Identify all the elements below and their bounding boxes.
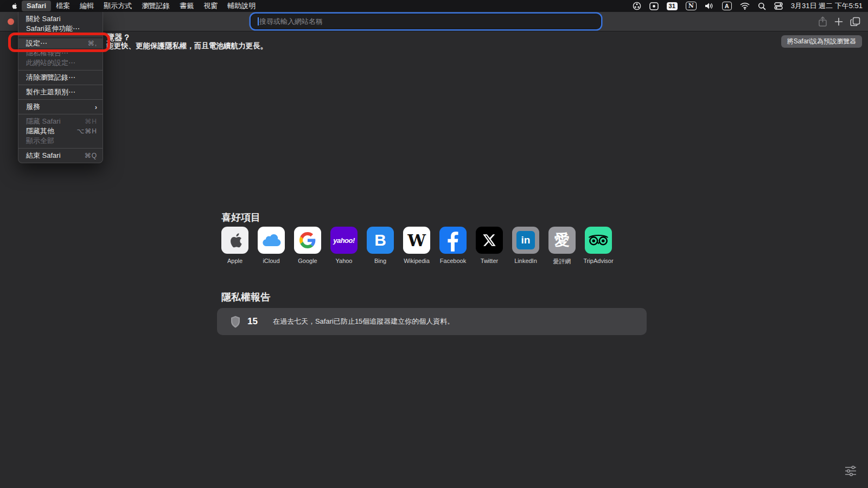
menubar-item-safari[interactable]: Safari <box>22 1 51 11</box>
macos-menubar: Safari 檔案 編輯 顯示方式 瀏覽記錄 書籤 視窗 輔助說明 31 N A <box>0 0 868 12</box>
calendar-menubar-icon[interactable]: 31 <box>667 2 678 10</box>
menu-separator <box>18 99 103 100</box>
menubar-clock[interactable]: 3月31日 週二 下午5:51 <box>791 1 863 11</box>
bing-letter: B <box>374 231 386 249</box>
menu-shortcut: ⌘H <box>85 118 97 125</box>
privacy-report-card[interactable]: 15 在過去七天，Safari已防止15個追蹤器建立你的個人資料。 <box>217 308 647 335</box>
safari-toolbar: 搜尋或輸入網站名稱 <box>0 12 868 31</box>
favorite-label: Facebook <box>440 258 466 264</box>
menu-separator <box>18 70 103 70</box>
favorite-label: TripAdvisor <box>583 258 613 264</box>
menu-separator <box>18 85 103 85</box>
menubar-item-bookmarks[interactable]: 書籤 <box>175 1 199 11</box>
menu-item-services[interactable]: 服務› <box>18 102 103 112</box>
yahoo-wordmark: yahoo! <box>333 236 355 245</box>
favorite-label: LinkedIn <box>514 258 537 264</box>
menu-item-label: 此網站的設定⋯ <box>26 58 75 68</box>
favorite-apple[interactable]: Apple <box>221 227 248 266</box>
linkedin-letters: in <box>521 234 531 246</box>
menu-item-label: 結束 Safari <box>26 151 61 160</box>
icloud-favicon <box>258 227 285 254</box>
favorite-label: Wikipedia <box>404 258 430 264</box>
apple-icon <box>11 2 18 10</box>
menu-item-clear-history[interactable]: 清除瀏覽記錄⋯ <box>18 73 103 82</box>
menubar-left: Safari 檔案 編輯 顯示方式 瀏覽記錄 書籤 視窗 輔助說明 <box>0 0 260 12</box>
privacy-report-title: 隱私權報告 <box>221 291 270 304</box>
screenshot-icon[interactable] <box>649 2 659 10</box>
menubar-item-edit[interactable]: 編輯 <box>75 1 99 11</box>
menu-separator <box>18 148 103 149</box>
menu-item-label: 關於 Safari <box>26 14 61 24</box>
favorite-wikipedia[interactable]: W Wikipedia <box>403 227 430 266</box>
favorite-linkedin[interactable]: in LinkedIn <box>512 227 539 266</box>
menubar-item-file[interactable]: 檔案 <box>51 1 75 11</box>
share-icon[interactable] <box>818 16 827 27</box>
submenu-chevron-icon: › <box>95 103 97 111</box>
ipeen-character: 愛 <box>554 230 570 251</box>
toolbar-actions <box>818 12 860 31</box>
shield-icon <box>231 316 240 328</box>
facebook-favicon <box>439 227 467 254</box>
favorite-label: Twitter <box>481 258 498 264</box>
linkedin-badge: in <box>516 231 535 249</box>
wikipedia-letter: W <box>407 231 426 250</box>
linkedin-favicon: in <box>512 227 539 254</box>
favorite-google[interactable]: Google <box>294 227 321 266</box>
favorite-label: Yahoo <box>336 258 353 264</box>
annotation-highlight-box <box>8 33 110 52</box>
menu-item-create-profile[interactable]: 製作主題類別⋯ <box>18 87 103 97</box>
page-customize-icon[interactable] <box>844 465 857 479</box>
input-source-icon[interactable]: A <box>722 2 732 10</box>
trackers-count: 15 <box>247 316 258 327</box>
menu-item-hide-safari: 隱藏 Safari⌘H <box>18 117 103 126</box>
start-page: 覽器？ 能更快、更能保護隱私權，而且電池續航力更長。 將Safari設為預設瀏覽… <box>0 32 868 488</box>
favorite-facebook[interactable]: Facebook <box>439 227 467 266</box>
favorite-bing[interactable]: B Bing <box>367 227 394 266</box>
default-browser-body-fragment: 能更快、更能保護隱私權，而且電池續航力更長。 <box>106 41 267 51</box>
wikipedia-favicon: W <box>403 227 430 254</box>
set-default-browser-button[interactable]: 將Safari設為預設瀏覽器 <box>781 35 862 48</box>
menu-item-site-settings: 此網站的設定⋯ <box>18 58 103 68</box>
privacy-summary-text: 在過去七天，Safari已防止15個追蹤器建立你的個人資料。 <box>273 317 454 326</box>
favorite-label: Bing <box>374 258 386 264</box>
menubar-item-view[interactable]: 顯示方式 <box>99 1 137 11</box>
favorite-ipeen[interactable]: 愛 愛評網 <box>548 227 576 266</box>
menubar-status: 31 N A 3月31日 週二 下午5:51 <box>633 1 868 11</box>
close-window-button[interactable] <box>8 18 14 25</box>
ipeen-favicon: 愛 <box>548 227 576 254</box>
menu-separator <box>18 114 103 114</box>
favorite-yahoo[interactable]: yahoo! Yahoo <box>330 227 358 266</box>
menubar-item-help[interactable]: 輔助說明 <box>222 1 260 11</box>
url-bar[interactable]: 搜尋或輸入網站名稱 <box>251 14 601 29</box>
google-favicon <box>294 227 321 254</box>
volume-icon[interactable] <box>705 2 714 10</box>
notion-menubar-icon[interactable]: N <box>686 2 697 10</box>
favorite-label: Google <box>298 258 317 264</box>
favorites-row: Apple iCloud Google yahoo! Yahoo B <box>221 227 612 266</box>
spotlight-search-icon[interactable] <box>758 2 766 10</box>
wifi-icon[interactable] <box>740 2 750 10</box>
control-center-icon[interactable] <box>774 2 783 10</box>
new-tab-icon[interactable] <box>834 17 843 26</box>
menubar-item-history[interactable]: 瀏覽記錄 <box>137 1 175 11</box>
tab-overview-icon[interactable] <box>850 17 860 27</box>
favorite-icloud[interactable]: iCloud <box>258 227 285 266</box>
menubar-item-window[interactable]: 視窗 <box>199 1 222 11</box>
menu-item-label: 隱藏其他 <box>26 126 54 136</box>
apple-menu[interactable] <box>8 2 22 10</box>
menu-item-hide-others[interactable]: 隱藏其他⌥⌘H <box>18 126 103 136</box>
menu-item-quit-safari[interactable]: 結束 Safari⌘Q <box>18 151 103 160</box>
menu-item-label: 製作主題類別⋯ <box>26 87 75 97</box>
twitter-x-favicon <box>476 227 503 254</box>
menu-item-about-safari[interactable]: 關於 Safari <box>18 14 103 24</box>
menu-item-label: 顯示全部 <box>26 136 54 146</box>
favorite-tripadvisor[interactable]: TripAdvisor <box>585 227 612 266</box>
tripadvisor-favicon <box>585 227 612 254</box>
menu-shortcut: ⌥⌘H <box>77 127 98 135</box>
url-placeholder: 搜尋或輸入網站名稱 <box>259 17 323 27</box>
obs-icon[interactable] <box>633 2 641 10</box>
menu-shortcut: ⌘Q <box>85 152 97 159</box>
favorite-twitter[interactable]: Twitter <box>476 227 503 266</box>
menu-item-label: 清除瀏覽記錄⋯ <box>26 73 75 82</box>
favorite-label: iCloud <box>263 258 279 264</box>
